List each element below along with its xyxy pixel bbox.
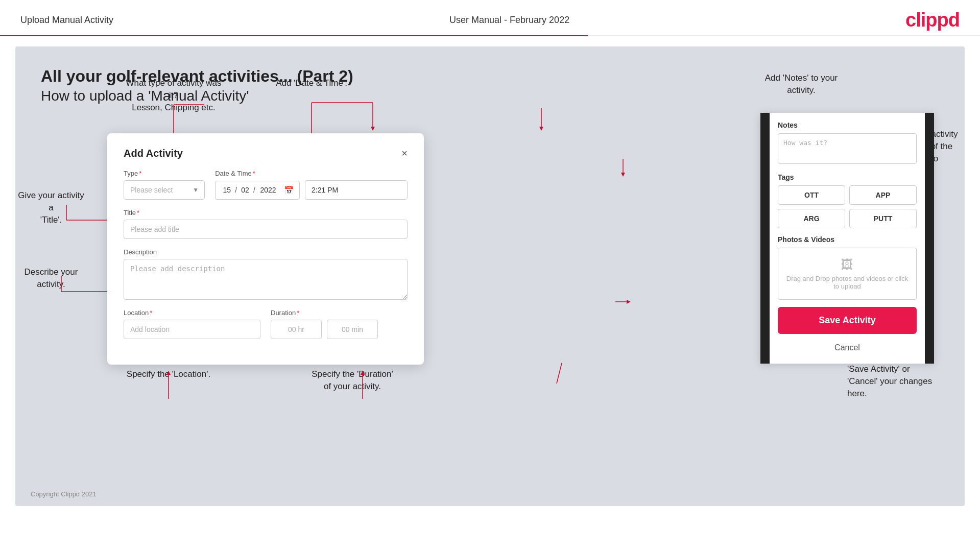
modal-close-button[interactable]: × (401, 148, 408, 159)
tag-arg[interactable]: ARG (778, 209, 845, 228)
copyright: Copyright Clippd 2021 (31, 490, 97, 498)
notes-label: Notes (778, 121, 917, 129)
phone-bar-right (925, 113, 934, 364)
page-header-left: Upload Manual Activity (20, 15, 113, 26)
save-activity-button[interactable]: Save Activity (778, 307, 917, 334)
svg-marker-7 (371, 127, 375, 131)
phone-bar-left (760, 113, 770, 364)
description-label: Description (124, 248, 408, 256)
form-row-type-date: Type* Please select ▼ Date & Time* / (124, 170, 408, 200)
tag-app[interactable]: APP (849, 185, 917, 205)
date-year-input[interactable] (257, 186, 279, 194)
date-input-wrap[interactable]: / / 📅 (215, 181, 300, 200)
phone-inner: Notes Tags OTT APP ARG PUTT Photos & Vid… (770, 113, 925, 364)
annotation-save: 'Save Activity' or 'Cancel' your changes… (847, 363, 960, 399)
date-month-input[interactable] (239, 186, 251, 194)
form-group-datetime: Date & Time* / / 📅 (215, 170, 408, 200)
main-content: All your golf-relevant activities... (Pa… (15, 46, 965, 506)
form-group-title: Title* (124, 209, 408, 239)
svg-line-26 (557, 363, 562, 384)
duration-min-input[interactable] (327, 320, 378, 339)
duration-inputs (271, 320, 408, 339)
notes-textarea[interactable] (778, 133, 917, 164)
annotation-describe: Describe your activity. (15, 266, 87, 291)
type-select-wrapper: Please select ▼ (124, 180, 205, 200)
logo: clippd (905, 9, 960, 31)
type-label: Type* (124, 170, 205, 177)
photos-drop-zone[interactable]: 🖼 Drag and Drop photos and videos or cli… (778, 248, 917, 300)
cancel-button[interactable]: Cancel (778, 340, 917, 355)
location-label: Location* (124, 309, 260, 317)
photos-hint: Drag and Drop photos and videos or click… (784, 275, 910, 290)
type-select[interactable]: Please select (124, 180, 205, 200)
date-day-input[interactable] (221, 186, 233, 194)
annotation-what-type: What type of activity was it? Lesson, Ch… (123, 77, 225, 113)
duration-hr-input[interactable] (271, 320, 322, 339)
calendar-icon[interactable]: 📅 (284, 185, 294, 195)
add-activity-modal: Add Activity × Type* Please select ▼ Dat… (107, 133, 424, 365)
footer: Copyright Clippd 2021 (31, 490, 97, 498)
annotation-date-time: Add 'Date & Time'. (266, 77, 357, 89)
tag-putt[interactable]: PUTT (849, 209, 917, 228)
time-input[interactable] (305, 180, 408, 200)
form-group-duration: Duration* (271, 309, 408, 339)
svg-marker-25 (627, 300, 631, 304)
svg-marker-23 (621, 173, 625, 177)
annotation-duration: Specify the 'Duration' of your activity. (301, 368, 403, 393)
annotation-notes: Add 'Notes' to your activity. (755, 72, 847, 97)
title-label: Title* (124, 209, 408, 217)
top-bar: Upload Manual Activity User Manual - Feb… (0, 0, 980, 36)
modal-header: Add Activity × (124, 148, 408, 159)
location-input[interactable] (124, 320, 260, 339)
form-group-location: Location* (124, 309, 260, 339)
page-header-center: User Manual - February 2022 (449, 15, 569, 26)
photo-icon: 🖼 (784, 257, 910, 272)
form-group-description: Description (124, 248, 408, 300)
description-textarea[interactable] (124, 259, 408, 300)
form-group-type: Type* Please select ▼ (124, 170, 205, 200)
annotation-location: Specify the 'Location'. (123, 368, 214, 380)
tag-ott[interactable]: OTT (778, 185, 845, 205)
modal-title: Add Activity (124, 148, 183, 159)
tags-label: Tags (778, 173, 917, 181)
form-row-location-duration: Location* Duration* (124, 309, 408, 339)
svg-marker-21 (539, 127, 543, 131)
date-time-row: / / 📅 (215, 180, 408, 200)
tags-grid: OTT APP ARG PUTT (778, 185, 917, 228)
phone-panel: Notes Tags OTT APP ARG PUTT Photos & Vid… (760, 113, 934, 364)
annotation-give-title: Give your activity a 'Title'. (15, 189, 87, 226)
title-input[interactable] (124, 220, 408, 239)
duration-label: Duration* (271, 309, 408, 317)
datetime-label: Date & Time* (215, 170, 408, 177)
photos-label: Photos & Videos (778, 235, 917, 244)
